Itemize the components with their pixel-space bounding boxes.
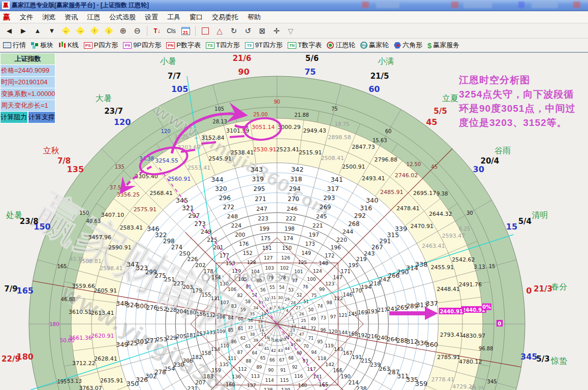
svg-text:337: 337 — [426, 300, 438, 307]
nav-down-icon[interactable]: ▼ — [45, 25, 58, 37]
svg-text:277: 277 — [146, 337, 157, 344]
svg-text:133: 133 — [206, 330, 215, 335]
calc-resistance-button[interactable]: 计算阻力 — [0, 112, 28, 123]
svg-text:7/7: 7/7 — [168, 72, 181, 81]
svg-text:2847.73: 2847.73 — [352, 144, 375, 150]
svg-text:160: 160 — [226, 382, 235, 387]
svg-text:165: 165 — [57, 264, 67, 269]
svg-text:214: 214 — [349, 379, 359, 385]
triangle-tool-icon[interactable]: △ — [213, 25, 226, 37]
center-cross-icon[interactable]: ✛ — [270, 25, 283, 37]
svg-text:107: 107 — [220, 300, 229, 305]
view-button-六角形[interactable]: 六角形 — [394, 41, 422, 50]
zoom-in-icon[interactable]: ⊕ — [116, 25, 130, 37]
svg-text:171: 171 — [341, 269, 350, 274]
cls-button[interactable]: Cls — [165, 25, 178, 37]
svg-text:223: 223 — [258, 215, 268, 222]
view-button-label: P四方形 — [94, 41, 118, 50]
svg-text:28.13: 28.13 — [212, 119, 227, 124]
svg-text:342: 342 — [291, 166, 303, 173]
menu-item-2[interactable]: 资讯 — [60, 12, 82, 22]
svg-text:2590.91: 2590.91 — [108, 244, 132, 251]
rotate-cw-icon[interactable]: ↻ — [227, 25, 240, 37]
svg-text:105: 105 — [171, 84, 188, 94]
svg-text:90: 90 — [238, 67, 250, 77]
menu-item-3[interactable]: 江恩 — [82, 12, 105, 22]
svg-text:2440.91: 2440.91 — [440, 309, 463, 314]
menu-item-8[interactable]: 交易委托 — [207, 12, 243, 22]
view-button-9P四方形[interactable]: P99P四方形 — [123, 41, 161, 50]
svg-text:103: 103 — [265, 266, 274, 271]
step-right-icon[interactable]: → — [74, 25, 87, 37]
svg-text:春分: 春分 — [551, 282, 567, 291]
rotate-ccw-icon[interactable]: ↺ — [241, 25, 255, 37]
svg-text:350: 350 — [127, 380, 139, 387]
svg-text:53.13: 53.13 — [67, 378, 82, 384]
svg-text:340: 340 — [366, 197, 378, 204]
overlay-artifact — [451, 2, 458, 8]
view-button-江恩轮[interactable]: 江恩轮 — [327, 41, 355, 50]
svg-text:244: 244 — [343, 229, 354, 235]
svg-text:204: 204 — [176, 308, 187, 314]
svg-text:23: 23 — [290, 328, 295, 333]
svg-text:25.00: 25.00 — [253, 112, 268, 117]
svg-text:2455.91: 2455.91 — [431, 264, 454, 271]
clear-tool-icon[interactable]: ▽ — [284, 25, 297, 37]
menu-item-4[interactable]: 公式选股 — [105, 12, 140, 22]
svg-text:44: 44 — [285, 346, 290, 351]
svg-text:88: 88 — [246, 359, 252, 364]
svg-text:153: 153 — [226, 261, 235, 266]
svg-text:122: 122 — [334, 296, 343, 301]
svg-text:23/8: 23/8 — [20, 217, 39, 226]
view-button-P四方形[interactable]: PSP四方形 — [84, 41, 118, 50]
svg-text:75: 75 — [304, 67, 316, 77]
view-button-赢家轮[interactable]: Big赢家轮 — [360, 41, 389, 50]
view-button-P数字表[interactable]: PNP数字表 — [166, 41, 201, 50]
grid-icon — [3, 42, 11, 48]
svg-text:45: 45 — [431, 164, 438, 170]
svg-text:15: 15 — [489, 264, 496, 269]
view-button-K线[interactable]: K线 — [58, 41, 79, 50]
svg-text:190: 190 — [341, 374, 350, 379]
svg-text:12.50: 12.50 — [407, 161, 421, 167]
t-down-icon[interactable]: T↓ — [150, 25, 164, 37]
svg-text:2: 2 — [291, 315, 294, 320]
view-button-9T四方形[interactable]: T99T四方形 — [245, 41, 283, 50]
svg-text:8: 8 — [269, 306, 272, 311]
svg-text:21/5: 21/5 — [370, 72, 389, 81]
view-button-行情[interactable]: 行情 — [3, 41, 26, 50]
svg-text:142: 142 — [325, 362, 334, 367]
view-button-赢家服务[interactable]: $赢家服务 — [427, 41, 459, 50]
step-down-icon[interactable]: ↓ — [102, 25, 115, 37]
select-box-icon[interactable]: ⊠ — [256, 25, 269, 37]
calc-support-button[interactable]: 计算支撑 — [28, 112, 56, 123]
nav-right-icon[interactable]: ▶ — [17, 25, 30, 37]
step-up-icon[interactable]: ↑ — [88, 25, 101, 37]
svg-text:50: 50 — [308, 307, 314, 312]
menu-item-7[interactable]: 窗口 — [185, 12, 207, 22]
nav-left-icon[interactable]: ◀ — [3, 25, 16, 37]
view-button-T数字表[interactable]: TNT数字表 — [288, 41, 322, 50]
step-left-icon[interactable]: ← — [59, 25, 73, 37]
view-button-板块[interactable]: 板块 — [31, 41, 53, 50]
svg-text:134: 134 — [211, 346, 220, 352]
svg-text:177: 177 — [220, 253, 229, 258]
menu-item-9[interactable]: 帮助 — [243, 12, 265, 22]
zoom-out-icon[interactable]: ⊖ — [131, 25, 144, 37]
square-tool-icon[interactable] — [199, 25, 212, 37]
svg-text:59: 59 — [240, 307, 246, 312]
view-button-T四方形[interactable]: TST四方形 — [206, 41, 240, 50]
menu-bar: 赢 文件浏览资讯江恩公式选股设置工具窗口交易委托帮助 — [0, 11, 588, 23]
menu-item-5[interactable]: 设置 — [140, 12, 163, 22]
svg-text:338: 338 — [415, 261, 427, 268]
svg-text:3610.51: 3610.51 — [69, 309, 92, 315]
svg-text:111: 111 — [228, 356, 236, 361]
nav-up-icon[interactable]: ▲ — [31, 25, 44, 37]
svg-text:9.38: 9.38 — [437, 191, 448, 197]
calendar-icon[interactable]: 21 — [179, 25, 192, 37]
svg-text:98: 98 — [326, 300, 332, 305]
menu-item-0[interactable]: 文件 — [15, 12, 38, 22]
menu-item-6[interactable]: 工具 — [163, 12, 185, 22]
menu-item-1[interactable]: 浏览 — [38, 12, 60, 22]
svg-text:104: 104 — [251, 269, 260, 274]
